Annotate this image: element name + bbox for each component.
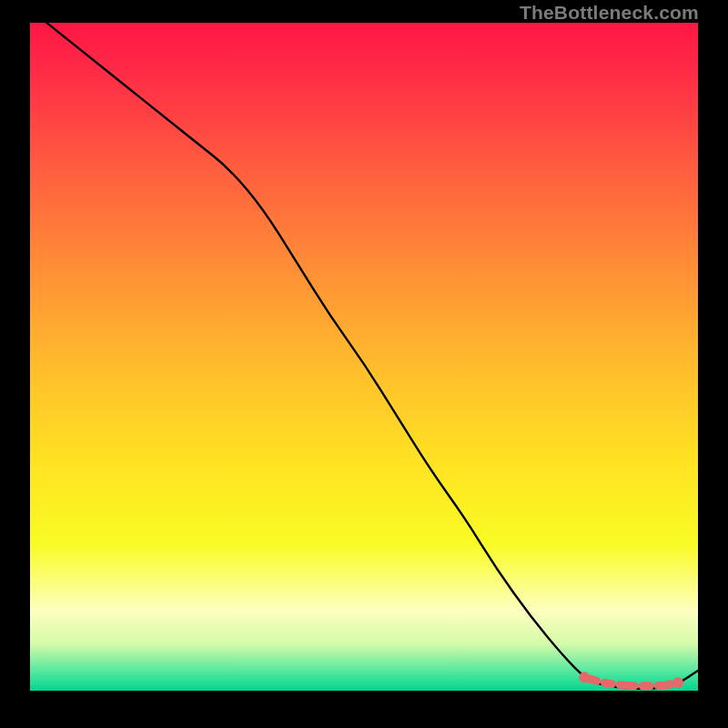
- chart-stage: TheBottleneck.com: [0, 0, 728, 728]
- watermark-label: TheBottleneck.com: [520, 2, 699, 24]
- svg-point-1: [672, 677, 683, 688]
- svg-point-0: [579, 672, 590, 682]
- chart-background: [30, 23, 698, 691]
- bottleneck-chart: [30, 23, 698, 691]
